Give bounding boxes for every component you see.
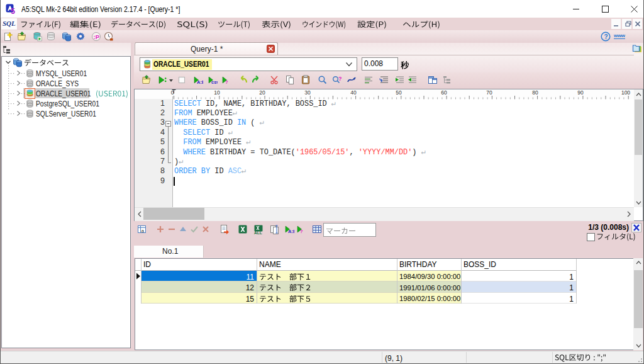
svg-text:70: 70 [486,89,492,96]
svg-text:A:B: A:B [288,229,294,234]
svg-text:80: 80 [532,89,538,96]
svg-text:20: 20 [259,89,265,96]
svg-text:90: 90 [577,89,584,96]
svg-text:10: 10 [214,89,220,96]
svg-text:50: 50 [396,89,402,96]
svg-text:?: ? [300,229,303,234]
svg-text:30: 30 [304,89,311,96]
svg-text:ALL: ALL [254,230,262,235]
svg-text:40: 40 [350,89,357,96]
svg-text:a: a [142,228,145,234]
svg-text:60: 60 [441,89,447,96]
svg-text:100: 100 [621,89,630,96]
svg-text:0: 0 [171,89,174,96]
